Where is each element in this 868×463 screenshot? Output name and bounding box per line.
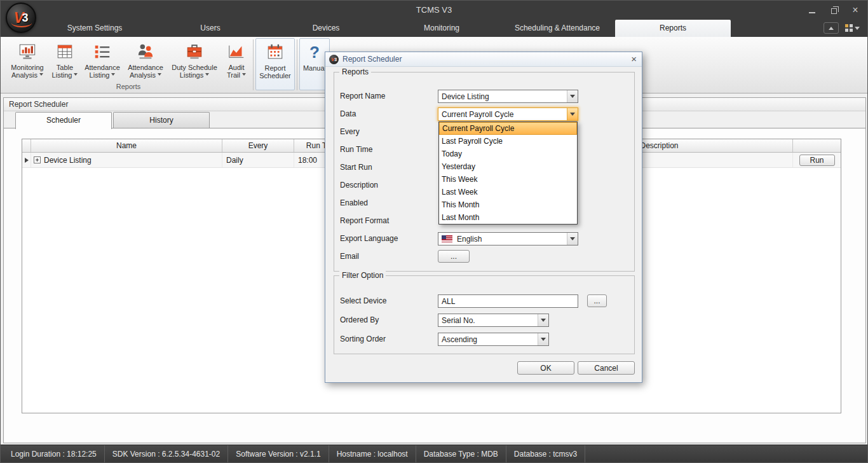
- grid-glyph: [845, 24, 853, 32]
- tab-devices[interactable]: Devices: [268, 20, 384, 37]
- description-label: Description: [340, 181, 378, 190]
- attendance-analysis-icon: [136, 41, 155, 62]
- dropdown-arrow-icon[interactable]: [567, 90, 578, 102]
- run-button[interactable]: Run: [799, 155, 835, 166]
- dropdown-arrow-icon[interactable]: [538, 314, 548, 326]
- expand-plus-icon[interactable]: [34, 156, 41, 163]
- email-browse-button[interactable]: ...: [438, 250, 470, 263]
- database-grid-icon[interactable]: [845, 24, 860, 32]
- table-listing-icon: [55, 41, 74, 62]
- row-action-cell: Run: [793, 153, 841, 167]
- grid-header-every[interactable]: Every: [222, 139, 294, 152]
- dropdown-option[interactable]: This Week: [439, 173, 577, 186]
- row-name-cell[interactable]: Device Listing: [31, 153, 222, 167]
- data-dropdown-list: Current Payroll Cycle Last Payroll Cycle…: [438, 121, 578, 225]
- status-bar: Login Duration : 18:12:25 SDK Version : …: [1, 445, 867, 463]
- duty-schedule-icon: [185, 41, 204, 62]
- grid-header-expander: [22, 139, 31, 152]
- dialog-title-bar[interactable]: V3 Report Scheduler ×: [325, 52, 642, 67]
- export-language-combo[interactable]: English: [438, 232, 578, 245]
- tab-scheduling-attendance[interactable]: Scheduling & Attendance: [499, 20, 615, 37]
- enabled-label: Enabled: [340, 198, 368, 207]
- dropdown-option[interactable]: Last Payroll Cycle: [439, 135, 577, 148]
- status-database-name: Database : tcmsv3: [506, 445, 585, 463]
- dropdown-option[interactable]: Last Month: [439, 211, 577, 224]
- ribbon-button-attendance-listing[interactable]: Attendance Listing: [81, 38, 124, 79]
- report-scheduler-dialog: V3 Report Scheduler × Reports Report Nam…: [325, 52, 642, 383]
- menu-tab-row: System Settings Users Devices Monitoring…: [1, 20, 867, 37]
- filter-option-group-label: Filter Option: [339, 271, 386, 280]
- run-time-label: Run Time: [340, 145, 372, 154]
- title-bar: TCMS V3 ×: [1, 1, 867, 20]
- app-logo-icon: V 3: [6, 3, 36, 33]
- dropdown-caret-icon: [111, 73, 115, 78]
- manual-question-icon: ?: [309, 42, 320, 62]
- start-run-label: Start Run: [340, 163, 372, 172]
- tab-monitoring[interactable]: Monitoring: [384, 20, 499, 37]
- ribbon-button-table-listing[interactable]: Table Listing: [49, 38, 81, 79]
- tab-system-settings[interactable]: System Settings: [37, 20, 153, 37]
- report-name-combo[interactable]: Device Listing: [438, 90, 578, 103]
- application-window: TCMS V3 × V 3 System Settings Users Devi…: [0, 0, 868, 463]
- status-login-duration: Login Duration : 18:12:25: [3, 445, 105, 463]
- select-device-input[interactable]: [438, 294, 578, 308]
- dropdown-option[interactable]: Yesterday: [439, 160, 577, 173]
- email-label: Email: [340, 252, 359, 261]
- select-device-browse-button[interactable]: ...: [587, 294, 607, 307]
- dropdown-caret-icon: [205, 73, 209, 78]
- report-scheduler-icon: [266, 42, 285, 62]
- close-button[interactable]: ×: [850, 5, 861, 15]
- dialog-close-button[interactable]: ×: [631, 54, 637, 64]
- data-combo[interactable]: Current Payroll Cycle: [438, 107, 578, 121]
- us-flag-icon: [442, 235, 452, 242]
- dropdown-caret-icon: [74, 73, 78, 78]
- chevron-down-icon: [855, 27, 860, 32]
- report-format-label: Report Format: [340, 216, 389, 225]
- tab-users[interactable]: Users: [153, 20, 268, 37]
- panel-tab-scheduler[interactable]: Scheduler: [15, 112, 112, 129]
- dropdown-arrow-icon[interactable]: [567, 233, 578, 245]
- sorting-order-combo[interactable]: Ascending: [438, 333, 549, 346]
- window-title: TCMS V3: [1, 1, 867, 20]
- ribbon-group-label: Reports: [6, 83, 251, 90]
- ribbon-button-audit-trail[interactable]: Audit Trail: [222, 38, 251, 79]
- export-language-label: Export Language: [340, 234, 398, 243]
- ordered-by-label: Ordered By: [340, 315, 379, 324]
- grid-header-action: [793, 139, 841, 152]
- expand-arrow-icon[interactable]: [25, 158, 31, 163]
- dialog-title: Report Scheduler: [342, 52, 402, 67]
- ordered-by-combo[interactable]: Serial No.: [438, 314, 549, 327]
- row-expander-cell[interactable]: [22, 153, 31, 167]
- ribbon-button-attendance-analysis[interactable]: Attendance Analysis: [124, 38, 167, 79]
- reports-group-label: Reports: [339, 67, 371, 76]
- attendance-listing-icon: [93, 41, 112, 62]
- dropdown-arrow-icon[interactable]: [538, 333, 548, 345]
- minimize-button[interactable]: [806, 5, 818, 15]
- ok-button[interactable]: OK: [517, 361, 574, 375]
- dialog-logo-icon: V3: [329, 55, 339, 64]
- dropdown-arrow-icon[interactable]: [567, 108, 578, 120]
- tab-reports[interactable]: Reports: [615, 20, 731, 37]
- ribbon-group-separator: [253, 39, 254, 90]
- dropdown-caret-icon: [39, 73, 43, 78]
- ribbon-button-monitoring-analysis[interactable]: Monitoring Analysis: [6, 38, 49, 79]
- row-every-cell: Daily: [222, 153, 294, 167]
- dropdown-option[interactable]: Today: [439, 148, 577, 160]
- audit-trail-icon: [227, 41, 246, 62]
- dropdown-option[interactable]: Last Week: [439, 186, 577, 198]
- ribbon-button-duty-schedule-listings[interactable]: Duty Schedule Listings: [167, 38, 222, 79]
- select-device-label: Select Device: [340, 296, 386, 305]
- panel-tab-history[interactable]: History: [113, 112, 210, 128]
- cancel-button[interactable]: Cancel: [578, 361, 635, 375]
- status-sdk-version: SDK Version : 6.2.5.34-4631-02: [105, 445, 228, 463]
- status-hostname: Hostname : localhost: [329, 445, 416, 463]
- collapse-ribbon-icon[interactable]: [824, 22, 839, 34]
- ribbon-button-report-scheduler[interactable]: Report Scheduler: [255, 38, 295, 90]
- report-name-label: Report Name: [340, 92, 385, 100]
- dropdown-option[interactable]: Current Payroll Cycle: [439, 122, 577, 135]
- restore-button[interactable]: [828, 5, 839, 15]
- monitoring-analysis-icon: [18, 41, 37, 62]
- dropdown-option[interactable]: This Month: [439, 198, 577, 211]
- dropdown-caret-icon: [158, 73, 161, 78]
- grid-header-name[interactable]: Name: [31, 139, 222, 152]
